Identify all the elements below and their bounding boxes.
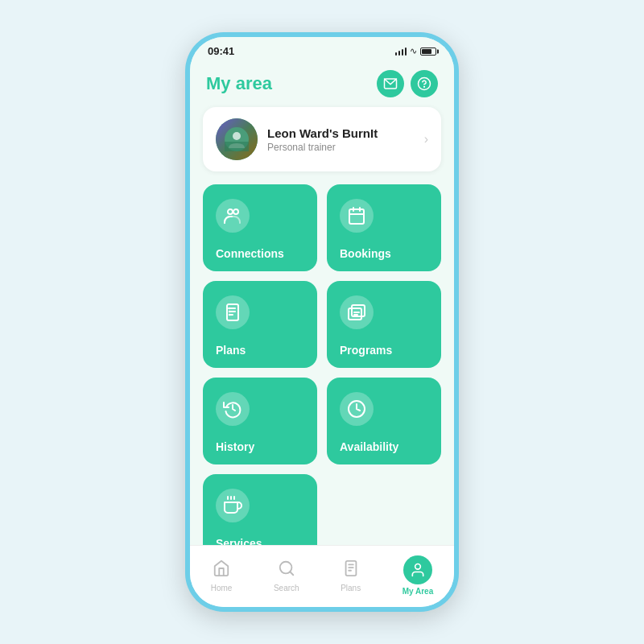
nav-plans-label: Plans bbox=[341, 584, 361, 592]
plans-icon bbox=[216, 295, 250, 329]
bookings-button[interactable]: Bookings bbox=[327, 184, 441, 271]
home-icon bbox=[213, 559, 230, 581]
nav-search-label: Search bbox=[274, 584, 299, 592]
svg-point-6 bbox=[228, 209, 233, 214]
header-actions bbox=[377, 70, 438, 97]
avatar-image bbox=[225, 127, 249, 151]
plans-nav-icon bbox=[342, 559, 360, 581]
bookings-icon bbox=[340, 199, 374, 233]
bookings-label: Bookings bbox=[340, 247, 391, 260]
svg-line-28 bbox=[290, 572, 293, 575]
nav-my-area[interactable]: My Area bbox=[394, 552, 442, 599]
availability-button[interactable]: Availability bbox=[327, 378, 441, 464]
services-button[interactable]: Services bbox=[203, 474, 317, 545]
chevron-right-icon: › bbox=[424, 132, 428, 147]
phone-screen: 09:41 ∿ My area bbox=[190, 37, 454, 607]
profile-role: Personal trainer bbox=[267, 142, 424, 153]
svg-rect-5 bbox=[225, 142, 249, 151]
bottom-nav: Home Search bbox=[190, 545, 454, 607]
help-button[interactable] bbox=[411, 70, 438, 97]
mail-button[interactable] bbox=[377, 70, 404, 97]
page-header: My area bbox=[190, 60, 454, 104]
grid-row-2: Plans Programs bbox=[203, 281, 441, 368]
grid-row-3: History Availability bbox=[203, 378, 441, 464]
signal-icon bbox=[395, 47, 407, 56]
services-label: Services bbox=[216, 537, 262, 545]
profile-name: Leon Ward's BurnIt bbox=[267, 126, 424, 140]
search-icon bbox=[278, 559, 295, 581]
wifi-icon: ∿ bbox=[410, 46, 417, 56]
nav-my-area-label: My Area bbox=[402, 587, 434, 596]
availability-icon bbox=[340, 392, 374, 426]
help-icon bbox=[417, 76, 431, 91]
programs-button[interactable]: Programs bbox=[327, 281, 441, 368]
grid-row-1: Connections Bookings bbox=[203, 184, 441, 271]
plans-label: Plans bbox=[216, 344, 246, 357]
connections-label: Connections bbox=[216, 247, 284, 260]
programs-label: Programs bbox=[340, 344, 392, 357]
grid-row-4: Services bbox=[203, 474, 441, 545]
battery-icon bbox=[420, 47, 436, 56]
status-time: 09:41 bbox=[208, 45, 234, 57]
avatar bbox=[216, 118, 258, 160]
svg-point-33 bbox=[415, 564, 421, 570]
svg-rect-8 bbox=[349, 209, 364, 224]
connections-button[interactable]: Connections bbox=[203, 184, 317, 271]
phone-frame: 09:41 ∿ My area bbox=[185, 32, 459, 612]
status-icons: ∿ bbox=[395, 46, 437, 56]
empty-grid-cell bbox=[327, 474, 441, 545]
mail-icon bbox=[383, 76, 398, 91]
my-area-active-icon bbox=[403, 555, 432, 584]
services-icon bbox=[216, 489, 250, 522]
history-icon bbox=[216, 392, 250, 426]
nav-home-label: Home bbox=[211, 584, 233, 592]
profile-info: Leon Ward's BurnIt Personal trainer bbox=[267, 126, 424, 153]
history-label: History bbox=[216, 440, 254, 453]
svg-point-7 bbox=[233, 209, 238, 214]
page-title: My area bbox=[206, 73, 272, 94]
availability-label: Availability bbox=[340, 440, 398, 453]
scroll-content[interactable]: My area bbox=[190, 60, 454, 545]
programs-icon bbox=[340, 295, 374, 329]
connections-icon bbox=[216, 199, 250, 233]
nav-search[interactable]: Search bbox=[266, 556, 308, 596]
status-bar: 09:41 ∿ bbox=[190, 37, 454, 60]
nav-home[interactable]: Home bbox=[203, 556, 241, 596]
profile-card[interactable]: Leon Ward's BurnIt Personal trainer › bbox=[203, 107, 441, 171]
plans-button[interactable]: Plans bbox=[203, 281, 317, 368]
nav-plans[interactable]: Plans bbox=[332, 556, 369, 596]
grid-section: Connections Bookings bbox=[190, 184, 454, 545]
svg-point-4 bbox=[233, 132, 241, 140]
history-button[interactable]: History bbox=[203, 378, 317, 464]
